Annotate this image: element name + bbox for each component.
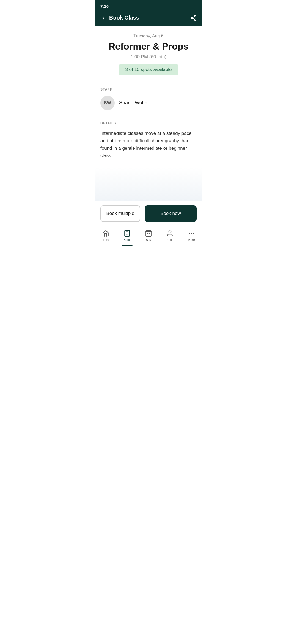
- book-icon: [123, 230, 131, 237]
- back-button[interactable]: [100, 15, 106, 21]
- time-display: 7:16: [100, 4, 109, 9]
- nav-label-more: More: [188, 238, 195, 241]
- nav-label-book: Book: [123, 238, 130, 241]
- details-text: Intermediate classes move at a steady pa…: [100, 130, 197, 160]
- main-content: Tuesday, Aug 6 Reformer & Props 1:00 PM …: [95, 26, 202, 249]
- header-left: Book Class: [100, 15, 139, 21]
- svg-point-13: [193, 233, 194, 234]
- nav-item-more[interactable]: More: [181, 228, 202, 243]
- staff-initials: SW: [104, 100, 111, 105]
- staff-section: STAFF SW Sharin Wolfe: [95, 82, 202, 116]
- home-icon: [102, 230, 109, 237]
- share-button[interactable]: [191, 15, 197, 21]
- class-title: Reformer & Props: [100, 41, 197, 52]
- svg-line-3: [193, 18, 194, 19]
- more-icon: [188, 230, 195, 237]
- staff-section-label: STAFF: [100, 88, 197, 91]
- class-time: 1:00 PM (60 min): [100, 54, 197, 60]
- details-section-label: DETAILS: [100, 121, 197, 125]
- nav-label-profile: Profile: [166, 238, 174, 241]
- staff-row: SW Sharin Wolfe: [100, 96, 197, 110]
- book-multiple-button[interactable]: Book multiple: [100, 205, 140, 222]
- spots-badge: 3 of 10 spots available: [119, 64, 178, 75]
- page-title: Book Class: [109, 15, 139, 21]
- gradient-spacer: [95, 168, 202, 201]
- status-bar: 7:16: [95, 0, 202, 11]
- details-section: DETAILS Intermediate classes move at a s…: [95, 116, 202, 168]
- nav-item-buy[interactable]: Buy: [138, 228, 159, 243]
- action-buttons: Book multiple Book now: [95, 201, 202, 225]
- book-now-button[interactable]: Book now: [145, 205, 197, 222]
- staff-name: Sharin Wolfe: [119, 100, 147, 106]
- svg-point-12: [191, 233, 192, 234]
- staff-avatar: SW: [100, 96, 115, 110]
- back-arrow-icon: [100, 15, 106, 21]
- app-header: Book Class: [95, 11, 202, 26]
- nav-label-buy: Buy: [146, 238, 151, 241]
- svg-line-4: [193, 16, 194, 17]
- nav-item-profile[interactable]: Profile: [159, 228, 181, 243]
- nav-item-book[interactable]: Book: [116, 228, 138, 243]
- nav-label-home: Home: [101, 238, 109, 241]
- svg-point-11: [189, 233, 190, 234]
- bottom-nav: Home Book Buy: [95, 225, 202, 249]
- class-info-section: Tuesday, Aug 6 Reformer & Props 1:00 PM …: [95, 26, 202, 82]
- share-icon: [191, 15, 197, 21]
- buy-icon: [145, 230, 152, 237]
- class-date: Tuesday, Aug 6: [100, 34, 197, 39]
- nav-item-home[interactable]: Home: [95, 228, 116, 243]
- svg-point-10: [169, 231, 171, 233]
- profile-icon: [166, 230, 174, 237]
